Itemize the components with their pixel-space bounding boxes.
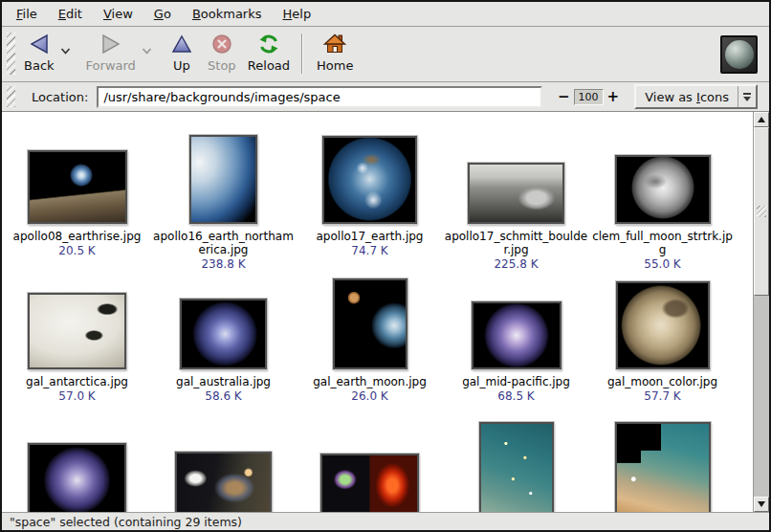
file-name: clem_full_moon_strtrk.jpg	[591, 230, 735, 256]
file-thumbnail-moonscape[interactable]	[468, 163, 564, 224]
up-button[interactable]: Up	[162, 31, 202, 73]
chevron-down-icon	[142, 40, 152, 58]
file-item[interactable]	[150, 422, 297, 512]
location-bar: Location: − 100 + View as Icons	[2, 82, 769, 112]
scroll-down-arrow-icon	[758, 501, 765, 507]
file-size: 20.5 K	[58, 244, 95, 257]
stop-button[interactable]: Stop	[202, 31, 242, 73]
file-size: 58.6 K	[205, 389, 241, 403]
scrollbar-track[interactable]	[754, 127, 769, 497]
file-size: 57.0 K	[58, 389, 95, 403]
file-manager-window: File Edit View Go Bookmarks Help Back Fo…	[0, 0, 771, 532]
scroll-down-button[interactable]	[754, 497, 769, 512]
stop-icon	[210, 33, 233, 55]
file-thumbnail-antarctica[interactable]	[28, 293, 126, 369]
location-bar-drag-handle[interactable]	[7, 86, 15, 107]
file-name: apollo16_earth_northamerica.jpg	[152, 230, 296, 256]
file-thumbnail-moon-gray[interactable]	[615, 155, 711, 224]
menu-view[interactable]: View	[93, 4, 143, 24]
file-name: gal_australia.jpg	[176, 375, 271, 388]
file-item[interactable]	[4, 422, 150, 512]
file-size: 55.0 K	[644, 257, 680, 271]
menu-edit[interactable]: Edit	[48, 4, 93, 24]
menu-help[interactable]: Help	[273, 4, 322, 24]
file-item[interactable]: gal_antarctica.jpg57.0 K	[4, 277, 150, 422]
toolbar-separator	[301, 33, 303, 74]
file-item[interactable]: gal_australia.jpg58.6 K	[150, 277, 297, 422]
file-name: gal_mid-pacific.jpg	[462, 375, 570, 388]
forward-arrow-icon	[99, 33, 122, 55]
file-thumbnail-earth-moon[interactable]	[333, 278, 408, 369]
file-size: 225.8 K	[494, 257, 538, 271]
throbber	[720, 35, 758, 74]
file-item[interactable]	[443, 422, 589, 512]
view-mode-dropdown[interactable]: View as Icons	[634, 84, 758, 109]
file-item[interactable]: apollo17_schmitt_boulder.jpg225.8 K	[443, 131, 589, 277]
location-input[interactable]	[97, 86, 542, 108]
file-thumbnail-galaxies[interactable]	[175, 452, 272, 512]
zoom-in-button[interactable]: +	[604, 88, 624, 105]
stop-label: Stop	[208, 58, 236, 73]
file-item[interactable]	[589, 422, 736, 512]
file-size: 57.7 K	[644, 389, 680, 403]
scrollbar-grip-icon	[757, 206, 766, 217]
view-mode-label: View as Icons	[645, 90, 729, 104]
file-thumbnail-nebula-pair[interactable]	[320, 454, 419, 512]
reload-button[interactable]: Reload	[242, 31, 296, 73]
file-item[interactable]: apollo08_earthrise.jpg20.5 K	[4, 131, 150, 277]
file-thumbnail-earth-purple[interactable]	[472, 301, 562, 369]
file-thumbnail-earth-crescent[interactable]	[189, 135, 257, 224]
menu-bar: File Edit View Go Bookmarks Help	[2, 2, 769, 27]
file-item[interactable]: gal_mid-pacific.jpg68.5 K	[443, 277, 589, 422]
toolbar: Back Forward Up Stop	[2, 27, 769, 82]
file-thumbnail-earth-dark[interactable]	[180, 299, 267, 369]
file-thumbnail-earth-full[interactable]	[322, 136, 417, 224]
scrollbar-thumb[interactable]	[754, 127, 769, 296]
location-label: Location:	[32, 90, 88, 104]
dropdown-arrow-icon	[738, 86, 756, 107]
file-thumbnail-earthrise[interactable]	[28, 150, 127, 224]
content-area: apollo08_earthrise.jpg20.5 Kapollo16_ear…	[2, 112, 769, 512]
file-thumbnail-earth-dark2[interactable]	[28, 443, 126, 512]
status-bar: "space" selected (containing 29 items)	[2, 512, 769, 530]
back-history-dropdown[interactable]	[60, 36, 71, 61]
file-name: apollo08_earthrise.jpg	[13, 230, 142, 243]
file-item[interactable]: clem_full_moon_strtrk.jpg55.0 K	[589, 131, 736, 277]
file-size: 26.0 K	[351, 389, 387, 403]
reload-icon	[257, 33, 280, 55]
file-item[interactable]	[297, 422, 443, 512]
file-item[interactable]: apollo17_earth.jpg74.7 K	[297, 131, 443, 277]
file-thumbnail-nebula-teal[interactable]	[479, 422, 554, 512]
scroll-up-arrow-icon	[758, 117, 765, 122]
file-name: gal_earth_moon.jpg	[313, 375, 427, 388]
zoom-level-indicator: 100	[574, 89, 604, 105]
scroll-up-button[interactable]	[754, 112, 769, 127]
file-name: gal_antarctica.jpg	[26, 375, 128, 388]
status-text: "space" selected (containing 29 items)	[10, 515, 242, 529]
icon-grid: apollo08_earthrise.jpg20.5 Kapollo16_ear…	[2, 112, 753, 512]
file-item[interactable]: gal_moon_color.jpg57.7 K	[589, 277, 736, 422]
menu-bookmarks[interactable]: Bookmarks	[182, 4, 273, 24]
home-button[interactable]: Home	[311, 31, 359, 73]
file-size: 238.8 K	[201, 257, 245, 271]
file-name: apollo17_schmitt_boulder.jpg	[445, 230, 588, 256]
file-thumbnail-nebula-orion[interactable]	[615, 422, 711, 512]
toolbar-drag-handle[interactable]	[7, 33, 15, 75]
forward-button[interactable]: Forward	[80, 31, 142, 73]
zoom-out-button[interactable]: −	[554, 88, 574, 105]
forward-label: Forward	[86, 58, 136, 73]
chevron-down-icon	[60, 40, 71, 58]
up-label: Up	[173, 58, 190, 73]
vertical-scrollbar[interactable]	[753, 112, 769, 512]
forward-history-dropdown[interactable]	[142, 36, 152, 61]
back-arrow-icon	[28, 33, 51, 55]
file-name: apollo17_earth.jpg	[317, 230, 424, 243]
menu-go[interactable]: Go	[143, 4, 182, 24]
file-item[interactable]: gal_earth_moon.jpg26.0 K	[297, 277, 443, 422]
file-size: 74.7 K	[351, 244, 387, 257]
up-arrow-icon	[170, 33, 193, 55]
file-item[interactable]: apollo16_earth_northamerica.jpg238.8 K	[150, 131, 297, 277]
back-button[interactable]: Back	[18, 31, 60, 73]
menu-file[interactable]: File	[6, 4, 48, 24]
file-thumbnail-moon-color[interactable]	[616, 281, 710, 369]
